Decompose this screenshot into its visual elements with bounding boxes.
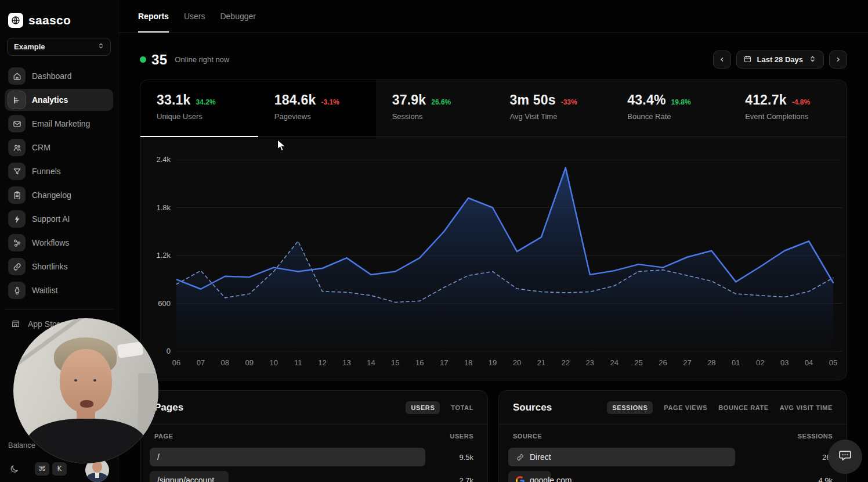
date-range-select[interactable]: Last 28 Days <box>736 51 824 69</box>
tab-reports[interactable]: Reports <box>138 0 169 33</box>
sidebar-item-label: Waitlist <box>32 286 58 295</box>
table-row[interactable]: /signup/account2.7k <box>150 471 478 482</box>
tab-users[interactable]: Users <box>184 0 205 33</box>
stat-pageviews[interactable]: 184.6k-3.1%Pageviews <box>258 80 376 136</box>
home-icon <box>12 71 22 81</box>
sidebar-nav: DashboardAnalyticsEmail MarketingCRMFunn… <box>0 65 118 301</box>
toggle-total[interactable]: TOTAL <box>451 404 473 411</box>
webcam-room-detail <box>117 341 143 358</box>
stat-top: 33.1k34.2% <box>157 92 258 108</box>
bottom-cards: Pages USERSTOTAL PAGEUSERS /9.5k/signup/… <box>140 390 847 482</box>
toggle-sessions[interactable]: SESSIONS <box>607 401 653 414</box>
sidebar-item-email-marketing[interactable]: Email Marketing <box>5 113 113 135</box>
chat-button[interactable] <box>828 440 862 474</box>
sidebar-item-analytics[interactable]: Analytics <box>5 89 113 111</box>
sidebar-item-crm[interactable]: CRM <box>5 136 113 159</box>
x-axis-tick: 03 <box>777 358 792 367</box>
moon-icon[interactable] <box>6 461 22 477</box>
x-axis-tick: 15 <box>388 358 403 367</box>
y-axis-tick: 1.8k <box>140 203 171 212</box>
table-row[interactable]: /9.5k <box>150 448 478 466</box>
x-axis-tick: 04 <box>801 358 816 367</box>
icon-tile <box>8 234 26 251</box>
page-path: / <box>157 452 160 462</box>
column-header-sessions: SESSIONS <box>798 433 833 440</box>
x-axis-tick: 20 <box>509 358 525 367</box>
sidebar-item-label: CRM <box>32 143 50 152</box>
icon-tile <box>8 210 26 228</box>
x-axis-tick: 17 <box>436 358 451 367</box>
sources-table-header: SOURCESESSIONS <box>499 425 847 448</box>
x-axis-tick: 26 <box>656 358 671 367</box>
x-axis-tick: 18 <box>461 358 476 367</box>
webcam-person <box>93 379 96 382</box>
link-icon <box>516 453 525 462</box>
sidebar-item-label: Support AI <box>32 214 70 224</box>
x-axis-tick: 02 <box>753 358 768 367</box>
stat-label: Event Completions <box>745 112 847 121</box>
sidebar-item-workflows[interactable]: Workflows <box>5 232 113 254</box>
icon-tile <box>8 186 26 204</box>
row-label-text: /signup/account <box>157 476 214 482</box>
toggle-users[interactable]: USERS <box>406 401 440 414</box>
x-axis-tick: 25 <box>631 358 646 367</box>
stat-label: Avg Visit Time <box>509 112 611 121</box>
tab-debugger[interactable]: Debugger <box>220 0 256 33</box>
x-axis-tick: 28 <box>704 358 719 367</box>
x-axis-tick: 10 <box>266 358 281 367</box>
traffic-chart[interactable]: 06001.2k1.8k2.4k060708091011121314151617… <box>140 137 847 380</box>
keyboard-key: ⌘ <box>35 462 49 476</box>
online-count: 35 <box>151 52 167 68</box>
stat-bounce-rate[interactable]: 43.4%19.8%Bounce Rate <box>611 80 729 136</box>
sidebar-item-label: Email Marketing <box>32 119 90 128</box>
row-value: 9.5k <box>459 453 473 462</box>
row-value: 2.7k <box>459 476 473 482</box>
stat-delta: 26.6% <box>431 98 451 106</box>
sidebar-item-shortlinks[interactable]: Shortlinks <box>5 256 113 278</box>
toggle-page-views[interactable]: PAGE VIEWS <box>664 404 707 411</box>
sidebar-footer: ⌘K <box>6 461 67 477</box>
sidebar-item-waitlist[interactable]: Waitlist <box>5 279 113 301</box>
row-value: 4.9k <box>818 476 833 482</box>
x-axis-tick: 09 <box>242 358 257 367</box>
chevron-updown-icon <box>97 42 105 52</box>
chat-bubble-icon <box>838 448 852 465</box>
sidebar-item-label: Workflows <box>32 238 69 247</box>
table-row[interactable]: Direct26. <box>508 448 837 466</box>
sidebar-item-dashboard[interactable]: Dashboard <box>5 65 113 87</box>
toggle-bounce-rate[interactable]: BOUNCE RATE <box>718 404 768 411</box>
stat-unique-users[interactable]: 33.1k34.2%Unique Users <box>140 80 258 136</box>
stat-value: 3m 50s <box>509 92 555 108</box>
icon-tile <box>8 282 26 299</box>
x-axis-tick: 06 <box>169 358 184 367</box>
toggle-avg-visit-time[interactable]: AVG VISIT TIME <box>780 404 833 411</box>
sidebar-item-support-ai[interactable]: Support AI <box>5 208 113 230</box>
date-range-label: Last 28 Days <box>757 55 804 64</box>
sidebar-item-label: Shortlinks <box>32 262 67 271</box>
link-icon <box>12 262 22 272</box>
command-k-shortcut: ⌘K <box>35 462 67 476</box>
balance-label: Balance <box>8 441 35 449</box>
workflow-icon <box>12 238 22 248</box>
sidebar-item-changelog[interactable]: Changelog <box>5 184 113 206</box>
stat-label: Bounce Rate <box>627 112 729 121</box>
y-axis-tick: 2.4k <box>140 155 171 164</box>
icon-tile <box>8 258 26 275</box>
row-label-text: Direct <box>530 452 551 462</box>
next-period-button[interactable] <box>829 51 847 69</box>
stat-avg-visit-time[interactable]: 3m 50s-33%Avg Visit Time <box>493 80 611 136</box>
table-row[interactable]: google.com4.9k <box>508 471 837 482</box>
x-axis-tick: 13 <box>339 358 354 367</box>
pages-card: Pages USERSTOTAL PAGEUSERS /9.5k/signup/… <box>140 390 488 482</box>
x-axis-tick: 23 <box>583 358 598 367</box>
prev-period-button[interactable] <box>713 51 731 69</box>
pages-table-rows: /9.5k/signup/account2.7k <box>140 448 487 482</box>
chevron-updown-icon <box>808 55 817 65</box>
stat-sessions[interactable]: 37.9k26.6%Sessions <box>376 80 494 136</box>
online-status-dot <box>140 56 146 63</box>
workspace-select[interactable]: Example <box>7 38 111 56</box>
globe-icon <box>8 13 23 28</box>
x-axis-tick: 16 <box>412 358 427 367</box>
sidebar-item-funnels[interactable]: Funnels <box>5 160 113 182</box>
stat-event-completions[interactable]: 412.7k-4.8%Event Completions <box>729 80 847 136</box>
